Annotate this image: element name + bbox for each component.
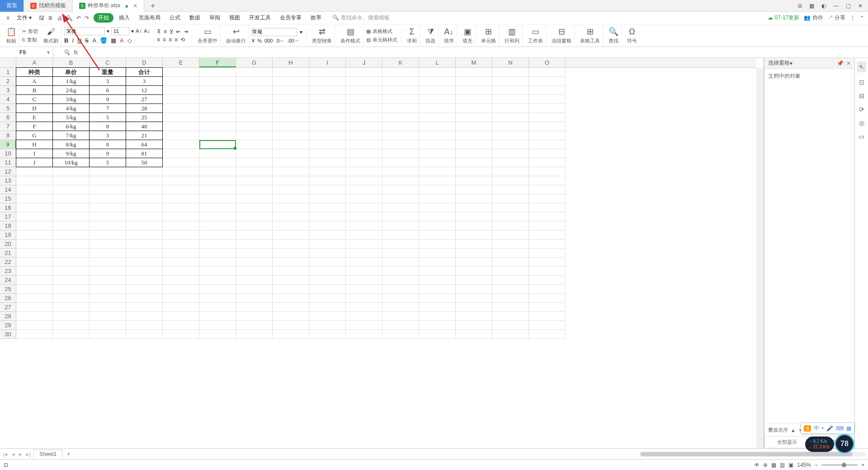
- column-header[interactable]: M: [456, 58, 492, 67]
- cell[interactable]: 21: [126, 131, 163, 140]
- menu-formula[interactable]: 公式: [166, 14, 184, 22]
- cell[interactable]: [163, 104, 199, 113]
- cell[interactable]: 27: [126, 94, 163, 104]
- cell[interactable]: [53, 285, 90, 294]
- cell[interactable]: [273, 312, 309, 321]
- align-bot-icon[interactable]: ⊻: [170, 28, 174, 35]
- column-header[interactable]: H: [273, 58, 309, 67]
- sheet-tab[interactable]: Sheet1: [33, 450, 62, 458]
- cell[interactable]: [492, 104, 529, 113]
- cell[interactable]: [53, 167, 90, 176]
- cell[interactable]: [419, 104, 456, 113]
- cell[interactable]: [492, 122, 529, 131]
- row-header[interactable]: 10: [0, 149, 16, 158]
- cell[interactable]: [456, 221, 492, 230]
- cell[interactable]: [273, 122, 309, 131]
- cell[interactable]: [199, 267, 236, 276]
- zoom-in-button[interactable]: +: [861, 462, 864, 468]
- cell[interactable]: [419, 230, 456, 240]
- cell[interactable]: [309, 104, 346, 113]
- cell[interactable]: [309, 330, 346, 339]
- side-icon-2[interactable]: ⊟: [859, 92, 864, 99]
- orientation-icon[interactable]: ⟲: [180, 37, 185, 43]
- column-header[interactable]: E: [163, 58, 199, 67]
- cells-area[interactable]: 种类单价重量合计A1/kg33B2/kg612C3/kg927D4/kg728E…: [16, 68, 756, 448]
- cell[interactable]: [382, 140, 419, 149]
- cell[interactable]: B: [16, 85, 53, 95]
- menu-review[interactable]: 审阅: [206, 14, 224, 22]
- cell[interactable]: [529, 276, 566, 285]
- cell[interactable]: [529, 185, 566, 194]
- row-header[interactable]: 9: [0, 140, 16, 149]
- cell[interactable]: [273, 330, 309, 339]
- cell[interactable]: [382, 330, 419, 339]
- bold-button[interactable]: B: [64, 37, 68, 44]
- view-page-icon[interactable]: ▥: [780, 462, 785, 468]
- row-header[interactable]: 24: [0, 276, 16, 285]
- cell[interactable]: [529, 321, 566, 330]
- cell[interactable]: [382, 86, 419, 95]
- cell[interactable]: [382, 77, 419, 86]
- cell[interactable]: [126, 176, 163, 185]
- cell[interactable]: [419, 113, 456, 122]
- cell[interactable]: [273, 212, 309, 221]
- cell[interactable]: [346, 230, 382, 240]
- align-left-icon[interactable]: ≡: [157, 37, 160, 43]
- cell[interactable]: [309, 294, 346, 303]
- cell[interactable]: 3: [89, 76, 126, 86]
- minimize-button[interactable]: —: [831, 3, 840, 9]
- row-header[interactable]: 30: [0, 330, 16, 339]
- column-header[interactable]: J: [346, 58, 382, 67]
- cell[interactable]: [456, 285, 492, 294]
- cell[interactable]: [346, 212, 382, 221]
- row-header[interactable]: 17: [0, 212, 16, 221]
- row-header[interactable]: 8: [0, 131, 16, 140]
- copy-button[interactable]: ⎘ 复制: [22, 37, 38, 43]
- spreadsheet-grid[interactable]: ABCDEFGHIJKLMNO 123456789101112131415161…: [0, 58, 764, 448]
- cell[interactable]: [16, 176, 53, 185]
- column-header[interactable]: A: [16, 58, 53, 67]
- cell[interactable]: [163, 158, 199, 167]
- cell[interactable]: 3: [89, 131, 126, 140]
- cell[interactable]: [199, 194, 236, 203]
- cell[interactable]: [309, 249, 346, 258]
- zoom-slider[interactable]: [821, 464, 858, 466]
- cell[interactable]: [346, 294, 382, 303]
- cell[interactable]: [90, 185, 126, 194]
- tab-template[interactable]: D 找稻壳模板: [24, 0, 73, 12]
- cell[interactable]: [492, 312, 529, 321]
- view-normal-icon[interactable]: ▦: [771, 462, 776, 468]
- cell[interactable]: [382, 113, 419, 122]
- add-tab-button[interactable]: +: [144, 0, 161, 12]
- cell[interactable]: [16, 185, 53, 194]
- cell[interactable]: [529, 303, 566, 312]
- cell[interactable]: [163, 185, 199, 194]
- cell[interactable]: [492, 77, 529, 86]
- cell[interactable]: A: [16, 76, 53, 86]
- close-pane-icon[interactable]: ✕: [846, 60, 851, 66]
- cell[interactable]: [492, 203, 529, 212]
- cell[interactable]: [236, 131, 273, 140]
- cell[interactable]: [236, 249, 273, 258]
- cell[interactable]: C: [16, 94, 53, 104]
- cell[interactable]: [346, 113, 382, 122]
- cell[interactable]: [529, 86, 566, 95]
- name-box-dropdown-icon[interactable]: ▾: [45, 49, 52, 56]
- cell[interactable]: [163, 321, 199, 330]
- side-icon-5[interactable]: ▭: [859, 133, 864, 140]
- cell[interactable]: [346, 258, 382, 267]
- cell[interactable]: [16, 312, 53, 321]
- cell[interactable]: [163, 122, 199, 131]
- cell[interactable]: [53, 294, 90, 303]
- cell[interactable]: [419, 86, 456, 95]
- print-icon[interactable]: 🖨: [57, 15, 62, 21]
- cell[interactable]: [126, 267, 163, 276]
- cell[interactable]: [419, 68, 456, 77]
- side-icon-4[interactable]: ◎: [859, 119, 864, 127]
- cell[interactable]: 50: [126, 158, 163, 167]
- cell[interactable]: [53, 267, 90, 276]
- cell[interactable]: [90, 312, 126, 321]
- cell[interactable]: 1/kg: [52, 76, 90, 86]
- cell[interactable]: [456, 95, 492, 104]
- cell[interactable]: [163, 77, 199, 86]
